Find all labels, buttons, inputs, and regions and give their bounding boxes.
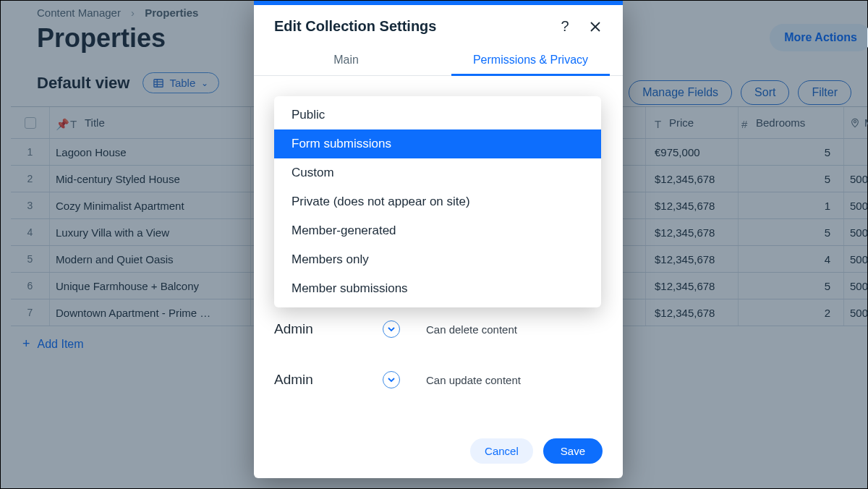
- dropdown-option[interactable]: Private (does not appear on site): [274, 187, 601, 216]
- modal-tabs: Main Permissions & Privacy: [254, 45, 623, 76]
- dropdown-option[interactable]: Form submissions: [274, 129, 601, 158]
- help-icon[interactable]: ?: [558, 20, 572, 34]
- save-button[interactable]: Save: [543, 438, 603, 464]
- permission-description: Can update content: [426, 374, 603, 386]
- dropdown-option[interactable]: Member-generated: [274, 216, 601, 245]
- modal-title: Edit Collection Settings: [274, 18, 436, 35]
- dropdown-option[interactable]: Custom: [274, 158, 601, 187]
- permission-description: Can delete content: [426, 323, 603, 336]
- permission-role: Admin: [274, 372, 383, 388]
- collection-type-dropdown[interactable]: PublicForm submissionsCustomPrivate (doe…: [274, 96, 601, 307]
- tab-main[interactable]: Main: [254, 45, 438, 75]
- cancel-button[interactable]: Cancel: [470, 438, 533, 464]
- permission-role: Admin: [274, 321, 383, 337]
- role-selector[interactable]: [383, 320, 400, 338]
- permission-row: AdminCan update content: [274, 358, 603, 409]
- dropdown-option[interactable]: Public: [274, 101, 601, 129]
- close-icon[interactable]: [588, 20, 603, 34]
- dropdown-option[interactable]: Members only: [274, 245, 601, 274]
- role-selector[interactable]: [383, 371, 400, 388]
- permission-row: AdminCan delete content: [274, 307, 603, 358]
- dropdown-option[interactable]: Member submissions: [274, 274, 601, 303]
- tab-permissions-privacy[interactable]: Permissions & Privacy: [438, 45, 623, 75]
